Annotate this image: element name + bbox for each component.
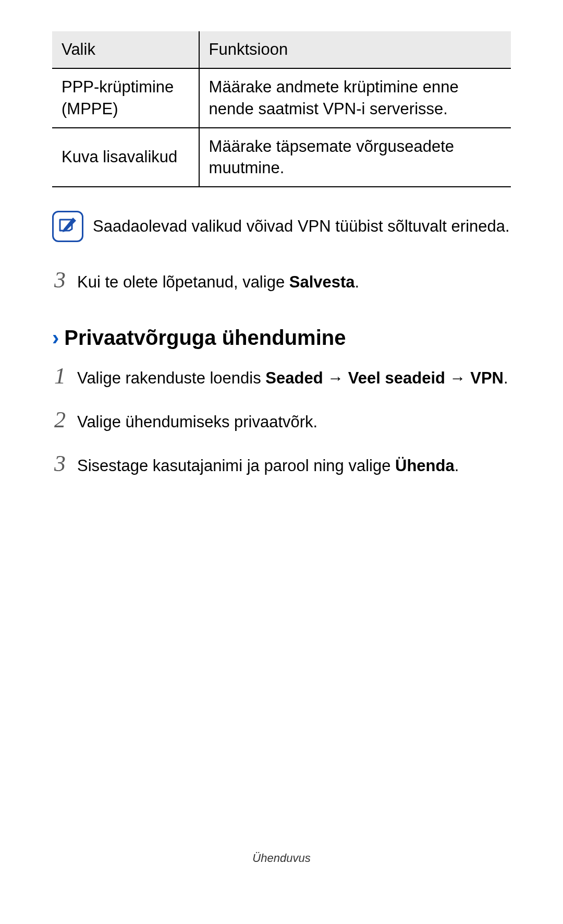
page-number: 122 [260, 870, 303, 893]
table-cell-option: Kuva lisavalikud [52, 128, 199, 187]
step-text: Kui te olete lõpetanud, valige Salvesta. [77, 270, 359, 295]
step-item: 3 Kui te olete lõpetanud, valige Salvest… [52, 263, 511, 297]
page-footer: Ühenduvus 122 [0, 851, 563, 893]
table-cell-option: PPP-krüptimine (MPPE) [52, 68, 199, 128]
note-icon [52, 211, 83, 242]
footer-section-label: Ühenduvus [0, 851, 563, 865]
note-callout: Saadaolevad valikud võivad VPN tüübist s… [52, 211, 511, 242]
step-text: Valige ühendumiseks privaatvõrk. [77, 410, 317, 435]
section-heading: › Privaatvõrguga ühendumine [52, 326, 511, 350]
step-item: 1 Valige rakenduste loendis Seaded → Vee… [52, 359, 511, 393]
document-page: Valik Funktsioon PPP-krüptimine (MPPE) M… [0, 0, 563, 924]
note-text: Saadaolevad valikud võivad VPN tüübist s… [93, 215, 510, 237]
step-number: 3 [52, 447, 68, 481]
step-number: 2 [52, 403, 68, 437]
step-list: 1 Valige rakenduste loendis Seaded → Vee… [52, 359, 511, 481]
table-cell-function: Määrake andmete krüptimine enne nende sa… [199, 68, 511, 128]
options-table: Valik Funktsioon PPP-krüptimine (MPPE) M… [52, 31, 511, 187]
table-header-row: Valik Funktsioon [52, 31, 511, 68]
table-header-function: Funktsioon [199, 31, 511, 68]
table-cell-function: Määrake täpsemate võrguseadete muutmine. [199, 128, 511, 187]
step-text: Sisestage kasutajanimi ja parool ning va… [77, 454, 459, 478]
table-row: PPP-krüptimine (MPPE) Määrake andmete kr… [52, 68, 511, 128]
heading-text: Privaatvõrguga ühendumine [64, 326, 346, 350]
table-row: Kuva lisavalikud Määrake täpsemate võrgu… [52, 128, 511, 187]
step-number: 3 [52, 263, 68, 297]
step-item: 3 Sisestage kasutajanimi ja parool ning … [52, 447, 511, 481]
step-item: 2 Valige ühendumiseks privaatvõrk. [52, 403, 511, 437]
table-header-option: Valik [52, 31, 199, 68]
chevron-right-icon: › [52, 326, 59, 350]
step-text: Valige rakenduste loendis Seaded → Veel … [77, 366, 508, 391]
step-number: 1 [52, 359, 68, 393]
